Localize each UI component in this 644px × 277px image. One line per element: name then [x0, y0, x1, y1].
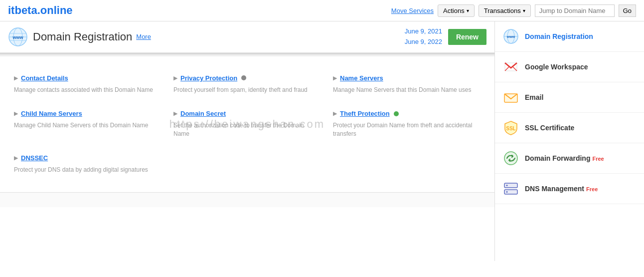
arrow-icon-contact-details: ▶: [14, 75, 18, 81]
service-title-contact-details[interactable]: Contact Details: [21, 74, 68, 82]
sidebar-icon-email: [503, 89, 519, 105]
renew-button[interactable]: Renew: [448, 29, 486, 45]
sidebar-item-google-workspace[interactable]: Google Workspace: [495, 52, 644, 82]
svg-point-15: [504, 152, 517, 165]
svg-text:SSL: SSL: [506, 126, 515, 131]
arrow-icon-theft-protection: ▶: [333, 110, 337, 117]
transactions-button[interactable]: Transactions: [479, 4, 531, 17]
arrow-icon-dnssec: ▶: [14, 155, 18, 161]
service-desc-domain-secret: Set the authorization code to transfer t…: [173, 121, 321, 138]
service-item-contact-details: ▶ Contact Details Manage contacts associ…: [8, 66, 167, 102]
sidebar-label-dns-management: DNS ManagementFree: [525, 185, 598, 193]
svg-text:www: www: [506, 35, 515, 38]
service-header-contact-details: ▶ Contact Details: [14, 74, 161, 82]
service-title-theft-protection[interactable]: Theft Protection: [340, 110, 390, 117]
sidebar-icon-google-workspace: [503, 59, 519, 75]
service-title-name-servers[interactable]: Name Servers: [340, 74, 383, 82]
jump-domain-input[interactable]: [535, 4, 615, 17]
domain-more-link[interactable]: More: [136, 33, 151, 40]
service-header-dnssec: ▶ DNSSEC: [14, 154, 161, 162]
sidebar-item-domain-forwarding[interactable]: Domain ForwardingFree: [495, 143, 644, 174]
svg-point-18: [506, 185, 508, 186]
free-badge-domain-forwarding: Free: [592, 156, 604, 162]
sidebar-icon-dns-management: [503, 181, 519, 197]
sidebar-label-ssl-certificate: SSL Certificate: [525, 124, 574, 132]
content-area: www Domain Registration More June 9, 202…: [0, 21, 494, 261]
header-navigation: Move Services Actions Transactions Go: [391, 4, 636, 17]
sidebar-item-ssl-certificate[interactable]: SSL SSL Certificate: [495, 113, 644, 143]
service-header-name-servers: ▶ Name Servers: [333, 74, 481, 82]
main-layout: www Domain Registration More June 9, 202…: [0, 21, 644, 261]
service-desc-theft-protection: Protect your Domain Name from theft and …: [333, 121, 481, 138]
arrow-icon-privacy-protection: ▶: [173, 75, 177, 81]
domain-dates: June 9, 2021 June 9, 2022: [405, 26, 442, 47]
sidebar-label-google-workspace: Google Workspace: [525, 63, 588, 71]
service-desc-child-name-servers: Manage Child Name Servers of this Domain…: [14, 121, 161, 130]
domain-header-right: June 9, 2021 June 9, 2022 Renew: [405, 26, 486, 47]
move-services-link[interactable]: Move Services: [391, 7, 434, 14]
sidebar-item-dns-management[interactable]: DNS ManagementFree: [495, 174, 644, 204]
service-title-domain-secret[interactable]: Domain Secret: [180, 110, 226, 117]
svg-point-19: [506, 191, 508, 193]
bottom-strip: [0, 192, 494, 207]
go-button[interactable]: Go: [619, 4, 636, 17]
arrow-icon-domain-secret: ▶: [173, 110, 177, 117]
arrow-icon-name-servers: ▶: [333, 75, 337, 81]
domain-date1: June 9, 2021: [405, 26, 442, 37]
domain-date2: June 9, 2022: [405, 37, 442, 47]
actions-button[interactable]: Actions: [438, 4, 475, 17]
service-item-child-name-servers: ▶ Child Name Servers Manage Child Name S…: [8, 102, 167, 146]
site-logo[interactable]: itbeta.online: [8, 4, 391, 17]
domain-globe-icon: www: [8, 27, 28, 47]
sidebar-item-domain-registration[interactable]: www Domain Registration: [495, 21, 644, 52]
active-badge: [394, 111, 399, 116]
sidebar-item-email[interactable]: Email: [495, 82, 644, 113]
service-title-dnssec[interactable]: DNSSEC: [21, 154, 48, 162]
service-item-name-servers: ▶ Name Servers Manage Name Servers that …: [327, 66, 486, 102]
domain-registration-header: www Domain Registration More June 9, 202…: [0, 21, 494, 53]
service-header-domain-secret: ▶ Domain Secret: [173, 110, 321, 117]
service-item-theft-protection: ▶ Theft Protection Protect your Domain N…: [327, 102, 486, 146]
arrow-icon-child-name-servers: ▶: [14, 110, 18, 117]
svg-text:www: www: [12, 35, 23, 40]
sidebar-icon-domain-forwarding: [503, 150, 519, 166]
service-desc-name-servers: Manage Name Servers that this Domain Nam…: [333, 86, 481, 94]
free-badge-dns-management: Free: [586, 186, 598, 192]
service-title-child-name-servers[interactable]: Child Name Servers: [21, 110, 82, 117]
service-item-dnssec: ▶ DNSSEC Protect your DNS data by adding…: [8, 146, 167, 182]
service-desc-contact-details: Manage contacts associated with this Dom…: [14, 86, 161, 94]
service-item-privacy-protection: ▶ Privacy Protection Protect yourself fr…: [167, 66, 327, 102]
sidebar-label-email: Email: [525, 93, 543, 101]
sidebar-icon-ssl-certificate: SSL: [503, 120, 519, 136]
service-header-privacy-protection: ▶ Privacy Protection: [173, 74, 321, 82]
service-desc-privacy-protection: Protect yourself from spam, identity the…: [173, 86, 321, 94]
service-item-domain-secret: ▶ Domain Secret Set the authorization co…: [167, 102, 327, 146]
service-desc-dnssec: Protect your DNS data by adding digital …: [14, 166, 161, 174]
service-header-theft-protection: ▶ Theft Protection: [333, 110, 481, 117]
services-grid: ▶ Contact Details Manage contacts associ…: [0, 56, 494, 192]
service-header-child-name-servers: ▶ Child Name Servers: [14, 110, 161, 117]
sidebar-icon-domain-registration: www: [503, 28, 519, 44]
service-title-privacy-protection[interactable]: Privacy Protection: [180, 74, 237, 82]
header: itbeta.online Move Services Actions Tran…: [0, 0, 644, 21]
domain-header-title: Domain Registration: [33, 30, 132, 43]
privacy-badge: [241, 75, 246, 80]
sidebar-label-domain-registration: Domain Registration: [525, 32, 593, 40]
sidebar-label-domain-forwarding: Domain ForwardingFree: [525, 154, 604, 162]
sidebar: www Domain Registration Google Workspace…: [494, 21, 644, 261]
